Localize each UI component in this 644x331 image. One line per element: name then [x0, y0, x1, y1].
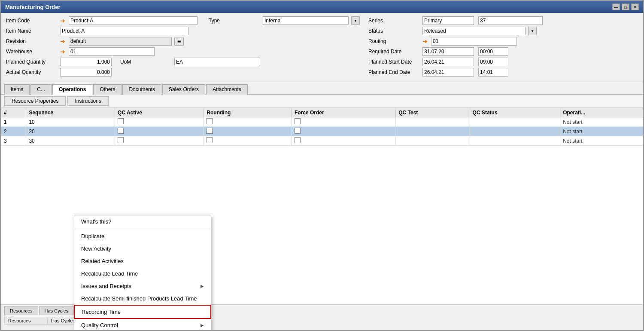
context-menu: What's this? Duplicate New Activity Rela… [74, 215, 211, 330]
warehouse-arrow: ➜ [60, 48, 65, 55]
tab-others[interactable]: Others [93, 84, 122, 95]
cell-rounding [204, 136, 292, 146]
planned-start-input[interactable] [422, 58, 474, 66]
warehouse-label: Warehouse [6, 49, 58, 55]
cell-num: 3 [1, 136, 26, 146]
cell-qc-status [470, 127, 560, 136]
cell-op-status: Not start [560, 136, 643, 146]
col-op-status: Operati... [560, 108, 643, 117]
bottom-tab-resources[interactable]: Resources [4, 306, 38, 315]
window-title: Manufacturing Order [5, 4, 61, 10]
cell-rounding [204, 127, 292, 136]
series-row: Series [368, 16, 638, 25]
issues-receipts-arrow: ▶ [200, 284, 204, 288]
tabs-bar: Items C... Operations Others Documents S… [1, 84, 643, 95]
type-input[interactable] [263, 16, 349, 25]
status-label: Status [368, 28, 420, 34]
ctx-whats-this[interactable]: What's this? [74, 215, 211, 228]
revision-arrow: ➜ [60, 38, 65, 45]
tab-attachments[interactable]: Attachments [206, 84, 248, 95]
cell-rounding [204, 117, 292, 127]
ctx-issues-receipts[interactable]: Issues and Receipts ▶ [74, 280, 211, 292]
planned-end-input[interactable] [422, 68, 474, 77]
ctx-recalculate-semi[interactable]: Recalculate Semi-finished Products Lead … [74, 292, 211, 305]
status-dropdown[interactable]: ▼ [528, 27, 537, 35]
col-qc-test: QC Test [396, 108, 470, 117]
required-date-time[interactable] [478, 47, 508, 56]
type-label: Type [209, 18, 260, 24]
window-controls: — □ ✕ [612, 3, 639, 10]
tab-operations[interactable]: Operations [52, 84, 92, 95]
tab-sales-orders[interactable]: Sales Orders [162, 84, 205, 95]
series-input[interactable] [422, 16, 474, 25]
col-rounding: Rounding [204, 108, 292, 117]
tab-items[interactable]: Items [4, 84, 30, 95]
cell-op-status: Not start [560, 117, 643, 127]
cell-qc-active [115, 127, 204, 136]
tab-documents[interactable]: Documents [122, 84, 161, 95]
ctx-recording-time[interactable]: Recording Time [74, 305, 211, 319]
status-input[interactable] [422, 27, 526, 35]
required-date-row: Required Date [368, 47, 638, 56]
instructions-section[interactable]: Instructions [67, 96, 108, 106]
series-number-input[interactable] [478, 16, 543, 25]
actual-qty-input[interactable] [60, 68, 112, 77]
item-code-input[interactable] [69, 16, 197, 25]
ctx-quality-control[interactable]: Quality Control ▶ [74, 319, 211, 330]
revision-row: Revision ➜ ☰ [6, 37, 360, 46]
ctx-related-activities[interactable]: Related Activities [74, 255, 211, 267]
table-row[interactable]: 3 30 Not start [1, 136, 643, 146]
quality-control-arrow: ▶ [200, 323, 204, 328]
status-row: Status ▼ [368, 27, 638, 35]
cell-force-order [292, 117, 395, 127]
item-code-label: Item Code [6, 18, 58, 24]
form-right: Series Status ▼ Routing ➜ [360, 16, 638, 78]
bottom-tab-has-cycles[interactable]: Has Cycles [39, 306, 74, 315]
cell-qc-test [396, 136, 470, 146]
planned-end-label: Planned End Date [368, 69, 420, 75]
item-name-label: Item Name [6, 28, 58, 34]
planned-end-row: Planned End Date [368, 68, 638, 77]
table-row[interactable]: 2 20 Not start [1, 127, 643, 136]
tab-components[interactable]: C... [30, 84, 52, 95]
minimize-button[interactable]: — [612, 3, 620, 10]
table-row[interactable]: 1 10 Not start [1, 117, 643, 127]
warehouse-input[interactable] [69, 47, 155, 56]
item-name-row: Item Name [6, 27, 360, 35]
cell-num: 2 [1, 127, 26, 136]
planned-qty-input[interactable] [60, 58, 112, 66]
operations-table: # Sequence QC Active Rounding Force Orde… [1, 108, 643, 146]
revision-input[interactable] [69, 37, 172, 46]
close-button[interactable]: ✕ [631, 3, 639, 10]
planned-end-time[interactable] [478, 68, 508, 77]
uom-label: UoM [120, 59, 172, 65]
cell-seq: 20 [26, 127, 115, 136]
ctx-recalculate-lead-time[interactable]: Recalculate Lead Time [74, 267, 211, 280]
required-date-input[interactable] [422, 47, 474, 56]
cell-qc-test [396, 127, 470, 136]
ctx-new-activity[interactable]: New Activity [74, 242, 211, 255]
item-name-input[interactable] [60, 27, 189, 35]
bottom-col-resources: Resources [4, 317, 47, 325]
uom-input[interactable] [174, 58, 260, 66]
maximize-button[interactable]: □ [622, 3, 629, 10]
col-num: # [1, 108, 26, 117]
table-header-row: # Sequence QC Active Rounding Force Orde… [1, 108, 643, 117]
item-code-row: Item Code ➜ Type ▼ [6, 16, 360, 25]
planned-start-time[interactable] [478, 58, 508, 66]
routing-row: Routing ➜ [368, 37, 638, 46]
revision-label: Revision [6, 38, 58, 44]
routing-input[interactable] [431, 37, 517, 46]
resource-properties-section[interactable]: Resource Properties [4, 96, 66, 106]
ctx-duplicate[interactable]: Duplicate [74, 230, 211, 242]
cell-num: 1 [1, 117, 26, 127]
revision-browse-btn[interactable]: ☰ [174, 37, 184, 46]
col-qc-active: QC Active [115, 108, 204, 117]
cell-op-status: Not start [560, 127, 643, 136]
col-sequence: Sequence [26, 108, 115, 117]
type-dropdown[interactable]: ▼ [351, 16, 360, 25]
ctx-divider-1 [74, 229, 211, 229]
form-left: Item Code ➜ Type ▼ Item Name Revision ➜ [6, 16, 360, 78]
cell-seq: 30 [26, 136, 115, 146]
operations-subsections: Resource Properties Instructions [1, 95, 643, 108]
